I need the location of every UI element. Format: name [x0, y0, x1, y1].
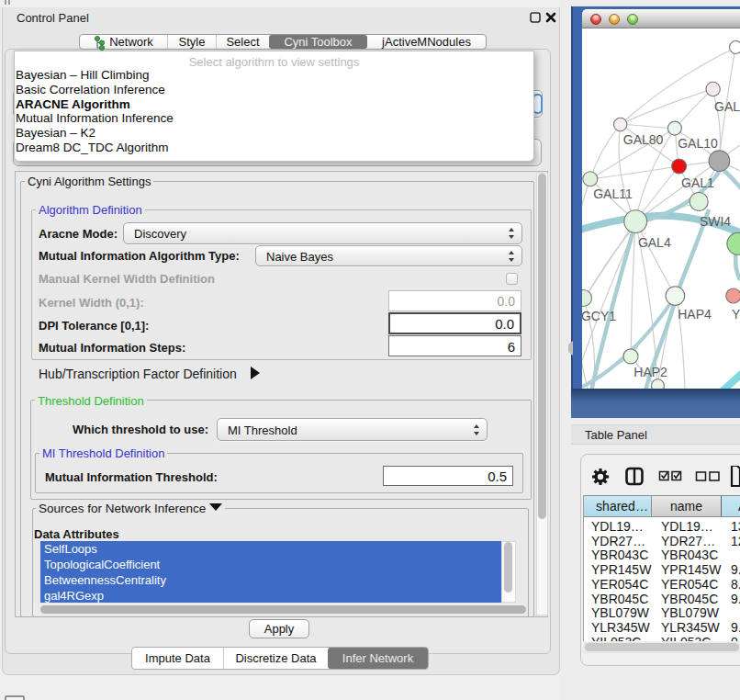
svg-text:HAP4: HAP4 — [678, 307, 712, 322]
svg-text:GAL4: GAL4 — [638, 235, 671, 250]
svg-text:HAP2: HAP2 — [633, 365, 667, 379]
svg-text:GAL11: GAL11 — [593, 186, 633, 201]
svg-text:GAL1: GAL1 — [681, 175, 714, 190]
svg-text:GAL80: GAL80 — [623, 132, 664, 147]
svg-text:GCY1: GCY1 — [582, 309, 616, 323]
svg-text:GAL10: GAL10 — [678, 136, 718, 151]
svg-text:SWI4: SWI4 — [700, 214, 731, 229]
svg-text:GAL2: GAL2 — [714, 99, 740, 114]
svg-text:YJ: YJ — [732, 307, 740, 322]
